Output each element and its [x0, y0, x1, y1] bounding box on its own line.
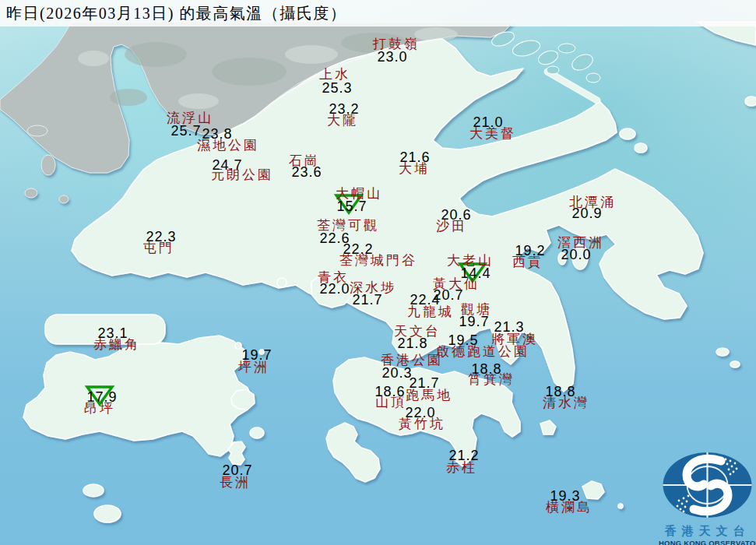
station-value-label: 23.0 — [377, 49, 407, 65]
title-bar: 昨日(2026年03月13日) 的最高氣溫（攝氏度） — [0, 0, 756, 26]
station-value-label: 23.6 — [291, 164, 322, 181]
station-value-label: 22.0 — [319, 281, 350, 297]
hko-logo-symbol — [659, 452, 756, 520]
station-label-layer: 打鼓嶺 23.0 上水 25.3 大隴 23.2 流浮山 25.7 濕地公園 2… — [0, 0, 756, 545]
station-value-label: 19.7 — [241, 347, 272, 364]
station-value-label: 19.7 — [459, 314, 489, 330]
station-value-label: 20.7 — [222, 462, 252, 479]
station-value-label: 20.6 — [441, 207, 471, 223]
station-value-label: 22.4 — [410, 292, 440, 308]
station-value-label: 21.3 — [494, 319, 524, 336]
weather-map-screenshot: 打鼓嶺 23.0 上水 25.3 大隴 23.2 流浮山 25.7 濕地公園 2… — [0, 0, 756, 545]
station-value-label: 21.6 — [399, 149, 430, 166]
station-value-label: 19.5 — [448, 332, 478, 349]
station-value-label: 21.0 — [473, 114, 503, 131]
station-value-label: 19.3 — [550, 488, 580, 505]
logo-title-en: HONG KONG OBSERVATORY — [659, 539, 756, 545]
station-value-label: 20.0 — [561, 247, 591, 263]
station-value-label: 18.8 — [471, 361, 501, 378]
station-value-label: 21.7 — [352, 292, 382, 308]
station-value-label: 21.7 — [409, 375, 439, 392]
station-value-label: 17.9 — [86, 389, 117, 406]
hko-logo: 香港天文台 HONG KONG OBSERVATORY — [659, 452, 756, 545]
station-value-label: 18.8 — [545, 384, 575, 400]
station-value-label: 21.8 — [397, 336, 427, 352]
station-value-label: 20.3 — [382, 365, 412, 382]
logo-title-zh: 香港天文台 — [659, 524, 756, 539]
station-value-label: 22.2 — [343, 241, 373, 258]
station-value-label: 20.9 — [571, 206, 602, 222]
station-value-label: 19.2 — [515, 243, 545, 259]
station-value-label: 24.7 — [212, 157, 242, 174]
station-value-label: 23.1 — [97, 325, 128, 342]
station-value-label: 22.0 — [405, 405, 435, 421]
station-value-label: 22.3 — [146, 229, 176, 245]
map-title: 昨日(2026年03月13日) 的最高氣溫（攝氏度） — [0, 3, 346, 24]
station-value-label: 18.6 — [374, 384, 405, 400]
station-value-label: 23.8 — [202, 126, 232, 142]
station-value-label: 15.7 — [336, 199, 367, 215]
station-value-label: 23.2 — [329, 101, 359, 118]
station-value-label: 25.3 — [322, 80, 352, 97]
station-value-label: 21.2 — [448, 448, 479, 464]
